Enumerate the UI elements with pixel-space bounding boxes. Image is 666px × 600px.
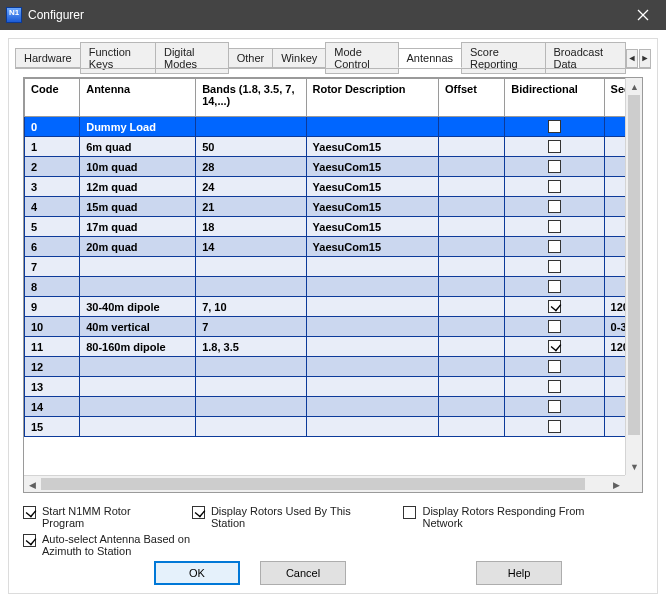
table-cell[interactable]: 10m quad <box>80 157 196 177</box>
table-row[interactable]: 210m quad28YaesuCom15 <box>25 157 626 177</box>
table-cell[interactable]: 7 <box>196 317 306 337</box>
table-cell[interactable] <box>80 357 196 377</box>
bidirectional-checkbox[interactable] <box>548 140 561 153</box>
opt-auto-select[interactable]: Auto-select Antenna Based on Azimuth to … <box>23 533 203 557</box>
table-cell[interactable] <box>604 377 625 397</box>
table-cell[interactable]: 10 <box>25 317 80 337</box>
table-cell[interactable] <box>439 197 505 217</box>
table-cell[interactable] <box>604 257 625 277</box>
table-row[interactable]: 620m quad14YaesuCom15 <box>25 237 626 257</box>
table-cell[interactable]: YaesuCom15 <box>306 197 438 217</box>
table-cell[interactable] <box>439 177 505 197</box>
scroll-left-icon[interactable]: ◀ <box>24 476 41 493</box>
table-cell[interactable]: 15 <box>25 417 80 437</box>
table-cell[interactable]: YaesuCom15 <box>306 237 438 257</box>
table-cell[interactable] <box>505 317 604 337</box>
table-row[interactable]: 1040m vertical70-360 <box>25 317 626 337</box>
table-cell[interactable] <box>439 337 505 357</box>
bidirectional-checkbox[interactable] <box>548 280 561 293</box>
table-cell[interactable]: 1.8, 3.5 <box>196 337 306 357</box>
table-cell[interactable] <box>439 137 505 157</box>
table-cell[interactable]: 14 <box>196 237 306 257</box>
table-cell[interactable] <box>306 417 438 437</box>
opt-display-used[interactable]: Display Rotors Used By This Station <box>192 505 386 529</box>
table-row[interactable]: 7 <box>25 257 626 277</box>
tab-hardware[interactable]: Hardware <box>15 48 81 68</box>
table-cell[interactable] <box>80 377 196 397</box>
table-cell[interactable]: 15m quad <box>80 197 196 217</box>
table-cell[interactable] <box>505 277 604 297</box>
table-cell[interactable] <box>505 197 604 217</box>
table-cell[interactable] <box>604 137 625 157</box>
tab-function-keys[interactable]: Function Keys <box>80 42 156 74</box>
table-row[interactable]: 14 <box>25 397 626 417</box>
table-cell[interactable] <box>505 397 604 417</box>
scroll-down-icon[interactable]: ▼ <box>626 458 643 475</box>
column-header[interactable]: Antenna <box>80 79 196 117</box>
bidirectional-checkbox[interactable] <box>548 120 561 133</box>
horizontal-scrollbar[interactable]: ◀ ▶ <box>24 475 625 492</box>
table-cell[interactable]: 80-160m dipole <box>80 337 196 357</box>
table-cell[interactable]: 28 <box>196 157 306 177</box>
cancel-button[interactable]: Cancel <box>260 561 346 585</box>
table-cell[interactable]: 4 <box>25 197 80 217</box>
table-cell[interactable] <box>306 357 438 377</box>
table-row[interactable]: 16m quad50YaesuCom15 <box>25 137 626 157</box>
table-row[interactable]: 312m quad24YaesuCom15 <box>25 177 626 197</box>
table-cell[interactable] <box>196 417 306 437</box>
table-row[interactable]: 930-40m dipole7, 10120-240 <box>25 297 626 317</box>
table-cell[interactable] <box>439 317 505 337</box>
column-header[interactable]: Rotor Description <box>306 79 438 117</box>
table-cell[interactable] <box>505 217 604 237</box>
table-cell[interactable] <box>604 237 625 257</box>
table-cell[interactable]: YaesuCom15 <box>306 157 438 177</box>
column-header[interactable]: Code <box>25 79 80 117</box>
table-cell[interactable]: 11 <box>25 337 80 357</box>
table-cell[interactable] <box>196 357 306 377</box>
table-cell[interactable] <box>196 397 306 417</box>
table-cell[interactable] <box>306 117 438 137</box>
bidirectional-checkbox[interactable] <box>548 300 561 313</box>
checkbox-icon[interactable] <box>403 506 416 519</box>
table-cell[interactable] <box>505 337 604 357</box>
table-cell[interactable] <box>604 177 625 197</box>
table-cell[interactable] <box>505 417 604 437</box>
scroll-right-icon[interactable]: ▶ <box>608 476 625 493</box>
table-row[interactable]: 12 <box>25 357 626 377</box>
table-cell[interactable]: Dummy Load <box>80 117 196 137</box>
table-cell[interactable] <box>439 357 505 377</box>
table-cell[interactable] <box>505 237 604 257</box>
table-cell[interactable]: 120-240 <box>604 337 625 357</box>
table-row[interactable]: 13 <box>25 377 626 397</box>
table-cell[interactable] <box>306 317 438 337</box>
table-row[interactable]: 1180-160m dipole1.8, 3.5120-240 <box>25 337 626 357</box>
table-cell[interactable] <box>306 397 438 417</box>
table-row[interactable]: 15 <box>25 417 626 437</box>
bidirectional-checkbox[interactable] <box>548 380 561 393</box>
table-cell[interactable]: 14 <box>25 397 80 417</box>
table-cell[interactable]: YaesuCom15 <box>306 217 438 237</box>
table-cell[interactable]: 8 <box>25 277 80 297</box>
table-cell[interactable] <box>604 217 625 237</box>
checkbox-icon[interactable] <box>23 534 36 547</box>
table-cell[interactable] <box>439 257 505 277</box>
table-cell[interactable] <box>80 257 196 277</box>
table-cell[interactable] <box>604 117 625 137</box>
table-cell[interactable] <box>505 257 604 277</box>
table-cell[interactable] <box>196 257 306 277</box>
table-cell[interactable] <box>196 117 306 137</box>
table-cell[interactable] <box>439 397 505 417</box>
bidirectional-checkbox[interactable] <box>548 340 561 353</box>
bidirectional-checkbox[interactable] <box>548 240 561 253</box>
table-cell[interactable]: 12 <box>25 357 80 377</box>
table-cell[interactable] <box>604 397 625 417</box>
tabs-scroll-left[interactable]: ◄ <box>626 49 638 68</box>
table-cell[interactable] <box>505 297 604 317</box>
table-cell[interactable]: 2 <box>25 157 80 177</box>
table-cell[interactable]: YaesuCom15 <box>306 137 438 157</box>
table-cell[interactable] <box>80 417 196 437</box>
table-cell[interactable]: 120-240 <box>604 297 625 317</box>
table-cell[interactable]: 40m vertical <box>80 317 196 337</box>
table-cell[interactable] <box>505 377 604 397</box>
help-button[interactable]: Help <box>476 561 562 585</box>
